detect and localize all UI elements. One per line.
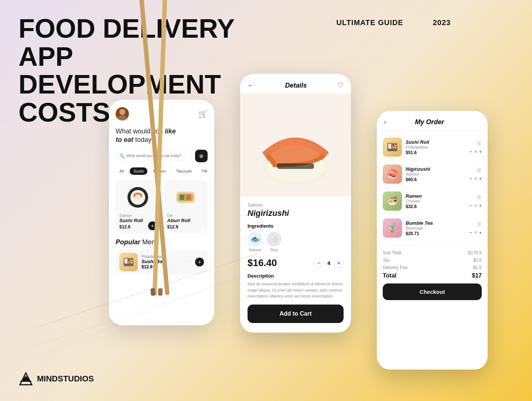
sub-total-value: $170.5 [468, 250, 482, 255]
popular-item[interactable]: 🍱 Philadelphia Sushi Roll $12.9 ♡ + [116, 250, 208, 274]
nigirizushi-order-price: $65.6 [406, 177, 466, 182]
hero-title-text: FOOD DELIVERY APP DEVELOPMENT COSTS [18, 14, 234, 127]
hero-title: FOOD DELIVERY APP DEVELOPMENT COSTS [18, 15, 259, 126]
logo-text: MINDSTUDIOS [37, 374, 94, 384]
description-text: Sed do eiusmod tempor incididunt ut labo… [248, 281, 344, 299]
nigirizushi-increase[interactable]: + [479, 176, 482, 181]
scan-button[interactable]: ⊕ [195, 150, 208, 162]
add-to-cart-small-button[interactable]: + [148, 221, 157, 230]
bumble-tea-order-info: Bumble Tea Beverage $20.71 [406, 220, 466, 236]
ramen-decrease[interactable]: − [470, 203, 473, 208]
food-card-sushi-roll[interactable]: ♡ Salmon Sushi Roll $12.9 + [116, 180, 160, 233]
ramen-order-name: Ramen [406, 193, 466, 199]
sushi-roll-order-info: Sushi Roll Philadelphia $51.6 [406, 139, 466, 155]
add-to-cart-button[interactable]: Add to Cart [248, 305, 344, 323]
quantity-increase-button[interactable]: + [334, 258, 344, 268]
sushi-roll-decrease[interactable]: − [470, 149, 473, 154]
food-card-price-2: $12.9 [167, 224, 204, 230]
cat-tab-takoyaki[interactable]: Takoyaki [172, 167, 195, 175]
bumble-tea-decrease[interactable]: − [470, 230, 473, 235]
ingredient-salmon: 🐟 Salmon [248, 232, 262, 252]
bumble-tea-increase[interactable]: + [479, 230, 482, 235]
popular-item-info: Philadelphia Sushi Roll $12.9 [141, 255, 180, 269]
svg-point-14 [135, 194, 141, 200]
popular-item-name: Sushi Roll [141, 259, 180, 264]
popular-item-price: $12.9 [141, 264, 180, 269]
search-magnify-icon: 🔍 [119, 153, 125, 159]
rice-icon: ⚪ [267, 232, 282, 247]
quantity-controls: − 4 + [314, 258, 344, 268]
item-price: $16.40 [248, 257, 277, 269]
food-category-label: Salmon [248, 203, 344, 208]
tax-label: Tax [383, 258, 390, 263]
delivery-fee-label: Delivery Fee [383, 265, 407, 270]
popular-add-button[interactable]: + [195, 258, 204, 266]
order-item-nigirizushi: 🍣 Nigirizushi Salmon $65.6 🗑 − 4 + [383, 161, 482, 188]
search-wrapper[interactable]: 🔍 [116, 150, 192, 161]
sushi-roll-order-name: Sushi Roll [406, 139, 466, 145]
favorite-button[interactable]: ♡ [338, 81, 344, 89]
sushi-roll-increase[interactable]: + [479, 149, 482, 154]
sushi-roll-order-controls: 🗑 − 4 + [470, 140, 482, 154]
phone-order-screen: ‹ My Order 🍱 Sushi Roll Philadelphia $51… [377, 111, 488, 370]
delete-nigirizushi-button[interactable]: 🗑 [477, 167, 482, 173]
tax-row: Tax $2.0 [383, 258, 482, 263]
ramen-increase[interactable]: + [479, 203, 482, 208]
salmon-label: Salmon [249, 248, 261, 252]
nigirizushi-qty-controls: − 4 + [470, 176, 482, 181]
category-tabs: All Sushi Ramen Takoyaki Yakisoba [116, 167, 208, 175]
top-right-labels: ULTIMATE GUIDE 2023 [336, 18, 451, 27]
guide-label: ULTIMATE GUIDE [336, 18, 403, 27]
bumble-tea-order-name: Bumble Tea [406, 220, 466, 226]
wishlist-heart-icon[interactable]: ♡ [152, 183, 157, 189]
order-header: ‹ My Order [377, 111, 488, 130]
nigirizushi-decrease[interactable]: − [470, 176, 473, 181]
sushi-roll-order-image: 🍱 [383, 137, 402, 157]
price-quantity-row: $16.40 − 4 + [248, 257, 344, 269]
nigirizushi-order-controls: 🗑 − 4 + [470, 167, 482, 181]
delete-ramen-button[interactable]: 🗑 [477, 194, 482, 200]
order-back-button[interactable]: ‹ [384, 119, 386, 126]
search-input[interactable] [116, 150, 192, 161]
order-items-list: 🍱 Sushi Roll Philadelphia $51.6 🗑 − 4 + … [377, 130, 488, 245]
sub-total-row: Sub Total $170.5 [383, 250, 482, 255]
food-card-name-2: Aburi Roll [167, 218, 204, 223]
description-label: Description [248, 273, 344, 279]
food-name: Nigirizushi [248, 208, 344, 218]
food-card-aburi-roll[interactable]: Eel Aburi Roll $12.9 [164, 180, 208, 233]
bumble-tea-qty-controls: − 4 + [470, 230, 482, 235]
ramen-order-info: Ramen Chicken $32.6 [406, 193, 466, 209]
svg-rect-22 [277, 163, 314, 169]
ramen-order-sub: Chicken [406, 199, 466, 203]
sushi-roll-qty: 4 [474, 149, 477, 154]
ramen-order-image: 🍜 [383, 191, 402, 211]
ingredients-list: 🐟 Salmon ⚪ Rice [248, 232, 344, 252]
svg-rect-18 [186, 195, 191, 200]
bumble-tea-order-sub: Beverage [406, 226, 466, 230]
ramen-qty: 3 [474, 203, 477, 208]
tax-value: $2.0 [473, 258, 482, 263]
ramen-qty-controls: − 3 + [470, 203, 482, 208]
search-bar: 🔍 ⊕ [116, 150, 208, 162]
nigirizushi-order-image: 🍣 [383, 164, 402, 184]
description-section: Description Sed do eiusmod tempor incidi… [248, 273, 344, 299]
bumble-tea-order-controls: 🗑 − 4 + [470, 221, 482, 235]
phone-home-screen: 🛒 What would you liketo eat today? 🔍 ⊕ A… [109, 100, 214, 325]
greeting-text: What would you liketo eat today? [116, 127, 208, 145]
quantity-decrease-button[interactable]: − [314, 258, 324, 268]
cat-tab-yakisoba[interactable]: Yakisoba [198, 167, 208, 175]
ingredient-rice: ⚪ Rice [267, 232, 282, 252]
food-grid: ♡ Salmon Sushi Roll $12.9 + [116, 180, 208, 233]
cat-tab-ramen[interactable]: Ramen [150, 167, 170, 175]
bumble-tea-order-price: $20.71 [406, 231, 466, 236]
delete-bumble-tea-button[interactable]: 🗑 [477, 221, 482, 227]
nigirizushi-qty: 4 [474, 176, 477, 181]
cat-tab-all[interactable]: All [116, 167, 127, 175]
checkout-button[interactable]: Checkout [383, 283, 482, 300]
popular-item-heart-icon[interactable]: ♡ [184, 259, 188, 265]
total-value: $17 [472, 272, 482, 279]
sushi-roll-order-sub: Philadelphia [406, 145, 466, 149]
rice-label: Rice [270, 248, 278, 252]
cat-tab-sushi[interactable]: Sushi [130, 167, 147, 175]
delete-sushi-roll-button[interactable]: 🗑 [477, 140, 482, 146]
